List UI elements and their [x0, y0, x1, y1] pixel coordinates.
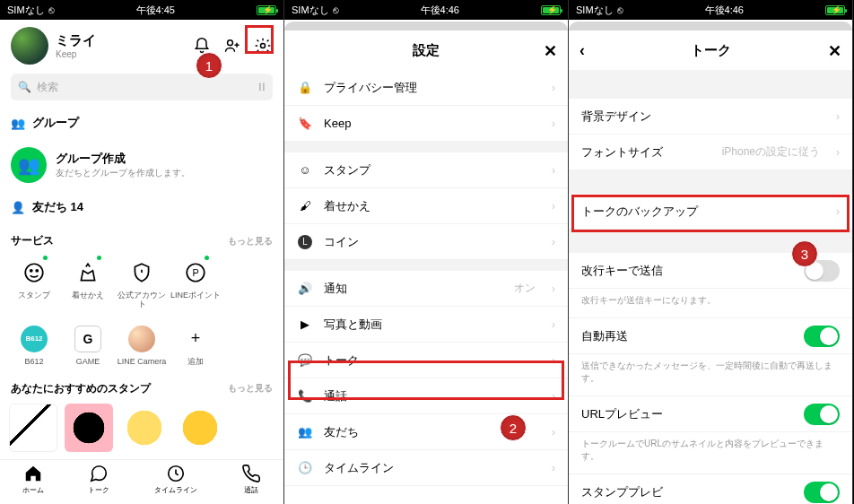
tab-timeline[interactable]: タイムライン — [154, 464, 197, 504]
services-grid: スタンプ 着せかえ 公式アカウント PLINEポイント B612B612 GGA… — [0, 252, 283, 372]
speaker-icon: 🔊 — [297, 281, 313, 297]
settings-header: 設定 ✕ — [284, 30, 568, 70]
svg-point-4 — [36, 270, 38, 272]
screen-home: SIMなし⎋ 午後4:45 ⚡ ミライ Keep 1 🔍 検索 ⁞⁞ 👥 グルー… — [0, 0, 284, 504]
row-theme[interactable]: 🖌着せかえ› — [284, 188, 568, 224]
wifi-icon: ⎋ — [617, 4, 623, 15]
friends-icon: 👥 — [297, 424, 313, 440]
lock-icon: 🔒 — [297, 80, 313, 96]
row-talk[interactable]: 💬トーク› — [284, 343, 568, 378]
service-add[interactable]: +追加 — [169, 324, 222, 367]
stamp-thumb[interactable] — [176, 404, 224, 452]
tab-home[interactable]: ホーム — [22, 464, 44, 504]
chevron-right-icon: › — [552, 82, 555, 94]
service-points[interactable]: PLINEポイント — [169, 257, 222, 309]
svg-point-1 — [261, 44, 266, 48]
search-icon: 🔍 — [18, 81, 31, 93]
screen-talk-settings: SIMなし⎋ 午後4:46 ⚡ ‹ トーク ✕ 背景デザイン› フォントサイズi… — [569, 0, 853, 504]
smile-icon: ☺ — [297, 162, 313, 178]
row-stamp[interactable]: ☺スタンプ› — [284, 152, 568, 188]
friend-icon: 👤 — [11, 201, 25, 214]
tab-call[interactable]: 通話 — [241, 464, 261, 504]
group-create-icon: 👥 — [11, 147, 47, 183]
annotation-badge-2: 2 — [500, 414, 527, 441]
service-b612[interactable]: B612B612 — [7, 324, 61, 367]
service-official[interactable]: 公式アカウント — [115, 257, 169, 309]
svg-text:P: P — [192, 267, 198, 278]
svg-point-0 — [228, 40, 233, 46]
screen-settings: SIMなし⎋ 午後4:46 ⚡ 設定 ✕ 🔒プライバシー管理› 🔖Keep› ☺… — [284, 0, 569, 504]
service-camera[interactable]: LINE Camera — [115, 324, 169, 367]
row-stamp-preview[interactable]: スタンププレビ — [569, 474, 852, 504]
row-notifications[interactable]: 🔊通知オン› — [284, 271, 568, 307]
tab-bar: ホーム トーク タイムライン 通話 — [0, 459, 283, 504]
recommend-header: あなたにおすすめのスタンプ もっと見る — [0, 372, 283, 400]
avatar[interactable] — [11, 27, 48, 65]
svg-point-2 — [25, 264, 43, 282]
group-create-row[interactable]: 👥 グループ作成 友だちとグループを作成します。 — [0, 140, 283, 190]
profile-keep[interactable]: Keep — [56, 49, 96, 59]
clock-icon: 🕒 — [297, 460, 313, 476]
status-bar: SIMなし⎋ 午後4:45 ⚡ — [0, 0, 283, 20]
talk-header: ‹ トーク ✕ — [569, 30, 852, 70]
service-theme[interactable]: 着せかえ — [61, 257, 115, 309]
annotation-badge-3: 3 — [791, 240, 818, 267]
row-font-size[interactable]: フォントサイズiPhoneの設定に従う› — [569, 135, 852, 170]
row-timeline[interactable]: 🕒タイムライン› — [284, 450, 568, 486]
play-icon: ▶ — [297, 317, 313, 333]
profile-name: ミライ — [56, 32, 96, 49]
row-talk-backup[interactable]: トークのバックアップ› — [569, 194, 852, 230]
row-auto-resend[interactable]: 自動再送 — [569, 318, 852, 354]
bookmark-icon: 🔖 — [297, 116, 313, 132]
row-bg-design[interactable]: 背景デザイン› — [569, 99, 852, 135]
row-photo-video[interactable]: ▶写真と動画› — [284, 307, 568, 343]
service-game[interactable]: GGAME — [61, 324, 115, 367]
see-more-link[interactable]: もっと見る — [228, 235, 273, 248]
close-icon[interactable]: ✕ — [828, 41, 841, 61]
stamp-thumb[interactable] — [65, 404, 113, 452]
battery-icon: ⚡ — [257, 5, 276, 15]
stamp-thumb[interactable] — [120, 404, 169, 452]
chat-icon: 💬 — [297, 352, 313, 369]
settings-title: 設定 — [413, 42, 440, 59]
annotation-badge-1: 1 — [196, 52, 222, 79]
close-icon[interactable]: ✕ — [544, 41, 557, 61]
stamp-thumb[interactable] — [9, 404, 57, 452]
back-icon[interactable]: ‹ — [580, 41, 585, 60]
carrier-text: SIMなし — [7, 4, 45, 17]
services-header: サービス もっと見る — [0, 224, 283, 252]
toggle-auto-resend[interactable] — [804, 326, 840, 347]
friends-header[interactable]: 👤 友だち 14 — [0, 190, 283, 224]
brush-icon: 🖌 — [297, 198, 313, 214]
tab-talk[interactable]: トーク — [88, 464, 109, 504]
svg-point-3 — [30, 270, 32, 272]
wifi-icon: ⎋ — [333, 4, 339, 15]
wifi-icon: ⎋ — [48, 4, 55, 15]
toggle-stamp-preview[interactable] — [804, 482, 840, 503]
gear-icon[interactable] — [253, 36, 273, 56]
row-coin[interactable]: Lコイン› — [284, 224, 568, 260]
row-keep[interactable]: 🔖Keep› — [284, 106, 568, 142]
search-placeholder: 検索 — [37, 80, 58, 95]
stamp-recommend-row — [0, 400, 283, 456]
clock-text: 午後4:45 — [136, 4, 175, 17]
coin-icon: L — [297, 234, 313, 250]
group-icon: 👥 — [11, 117, 25, 130]
talk-title: トーク — [691, 42, 731, 59]
service-stamp[interactable]: スタンプ — [7, 257, 61, 309]
groups-header[interactable]: 👥 グループ — [0, 106, 283, 140]
add-friend-icon[interactable] — [222, 36, 242, 56]
status-bar: SIMなし⎋ 午後4:46 ⚡ — [284, 0, 568, 20]
row-privacy[interactable]: 🔒プライバシー管理› — [284, 70, 568, 106]
row-url-preview[interactable]: URLプレビュー — [569, 396, 852, 432]
phone-icon: 📞 — [297, 388, 313, 404]
row-call[interactable]: 📞通話› — [284, 378, 568, 414]
search-input[interactable]: 🔍 検索 ⁞⁞ — [11, 74, 273, 100]
scan-icon[interactable]: ⁞⁞ — [258, 81, 266, 93]
status-bar: SIMなし⎋ 午後4:46 ⚡ — [569, 0, 852, 20]
toggle-url-preview[interactable] — [804, 404, 840, 425]
home-header: ミライ Keep — [0, 20, 283, 68]
